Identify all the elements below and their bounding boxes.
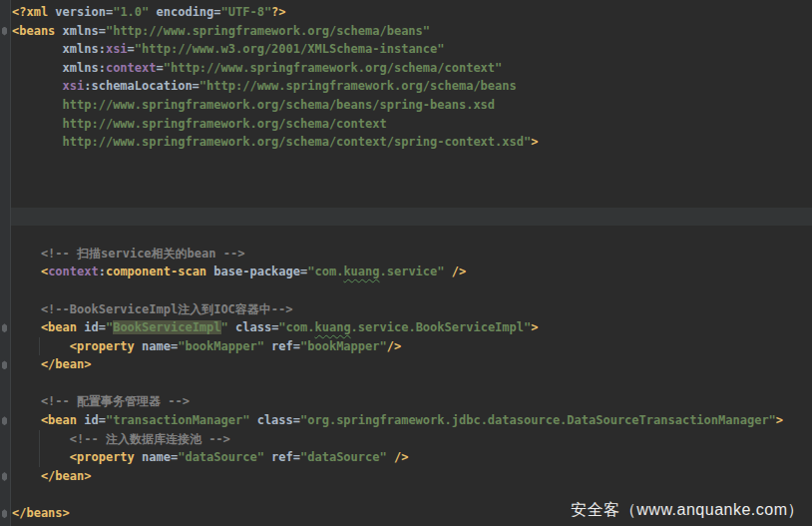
code-token: <!-- 扫描service相关的bean --> <box>12 247 244 261</box>
code-token: "http://www.springframework.org/schema/c… <box>164 61 503 75</box>
code-token: http://www.springframework.org/schema/co… <box>12 117 387 131</box>
code-line <box>0 189 812 208</box>
code-line: <!-- 配置事务管理器 --> <box>0 392 812 411</box>
code-line: http://www.springframework.org/schema/be… <box>0 96 812 115</box>
code-token: "http://www.w3.org/2001/XMLSchema-instan… <box>135 42 445 56</box>
code-token: base-package= <box>206 264 307 278</box>
fold-marker[interactable] <box>2 27 7 36</box>
code-token: "bookMapper" <box>178 339 264 353</box>
code-token: </bean> <box>12 357 91 371</box>
code-token: > <box>531 135 538 149</box>
code-line: xmlns:xsi="http://www.w3.org/2001/XMLSch… <box>0 40 812 59</box>
code-token: " <box>221 320 228 334</box>
code-token: "dataSource" <box>178 450 264 464</box>
code-token: /> <box>387 450 409 464</box>
code-token: "http://www.springframework.org/schema/b… <box>106 24 430 38</box>
code-line: <context:component-scan base-package="co… <box>0 263 812 281</box>
code-line: http://www.springframework.org/schema/co… <box>0 133 812 152</box>
code-token: kuang <box>314 320 350 334</box>
code-line: <!--BookServiceImpl注入到IOC容器中--> <box>0 300 812 319</box>
fold-marker[interactable] <box>2 416 7 425</box>
fold-marker[interactable] <box>2 509 7 518</box>
code-token: id= <box>77 413 106 427</box>
code-line: xsi:schemaLocation="http://www.springfra… <box>0 77 812 96</box>
code-token: :schemaLocation= <box>84 79 200 93</box>
code-token: .service" <box>380 264 445 278</box>
code-token: ?> <box>271 5 285 19</box>
code-token: "com. <box>278 320 314 334</box>
code-line <box>0 170 812 189</box>
code-token: context <box>106 61 157 75</box>
code-line: xmlns:context="http://www.springframewor… <box>0 59 812 78</box>
code-token: <!--BookServiceImpl注入到IOC容器中--> <box>12 302 293 316</box>
fold-marker[interactable] <box>2 472 7 481</box>
code-line <box>0 152 812 171</box>
code-token: class= <box>249 413 300 427</box>
code-token: > <box>531 320 538 334</box>
code-token: BookServiceImpl <box>113 320 220 334</box>
code-token: ref= <box>264 339 300 353</box>
code-token: = <box>128 42 135 56</box>
code-token: /> <box>445 264 467 278</box>
code-token: version= <box>48 5 113 19</box>
code-line: <bean id="transactionManager" class="org… <box>0 411 812 430</box>
code-line: </bean> <box>0 355 812 374</box>
code-token: xsi <box>106 42 128 56</box>
code-token: <property <box>12 339 135 353</box>
code-token: xmlns: <box>12 61 106 75</box>
code-token: = <box>157 61 164 75</box>
code-token: context <box>48 264 99 278</box>
code-token: "com. <box>307 264 343 278</box>
watermark: 安全客（www.anquanke.com） <box>571 500 804 521</box>
code-line <box>0 226 812 245</box>
code-line <box>0 281 812 300</box>
code-token: "http://www.springframework.org/schema/b… <box>200 79 517 93</box>
code-token: "dataSource" <box>300 450 387 464</box>
code-token: "1.0" <box>113 5 149 19</box>
code-token: name= <box>135 450 178 464</box>
code-token: id= <box>77 320 106 334</box>
code-line: <beans xmlns="http://www.springframework… <box>0 22 812 41</box>
code-token: http://www.springframework.org/schema/co… <box>12 135 531 149</box>
code-token: kuang <box>343 264 379 278</box>
code-token: "bookMapper" <box>300 339 387 353</box>
code-line <box>0 374 812 393</box>
code-token: "transactionManager" <box>106 413 250 427</box>
code-token: < <box>12 264 48 278</box>
code-line: </bean> <box>0 467 812 486</box>
xml-editor: <?xml version="1.0" encoding="UTF-8"?><b… <box>0 0 812 526</box>
code-token: <beans <box>12 24 55 38</box>
code-area[interactable]: <?xml version="1.0" encoding="UTF-8"?><b… <box>0 3 812 523</box>
code-token: encoding= <box>149 5 220 19</box>
code-line: <!-- 注入数据库连接池 --> <box>0 430 812 449</box>
code-token: <!-- 配置事务管理器 --> <box>12 394 190 408</box>
code-line: <?xml version="1.0" encoding="UTF-8"?> <box>0 3 812 22</box>
code-token: > <box>776 413 783 427</box>
code-token: <bean <box>12 413 77 427</box>
code-token: component-scan <box>106 264 206 278</box>
fold-marker[interactable] <box>2 360 7 369</box>
code-token: </bean> <box>12 469 91 483</box>
code-token: xmlns= <box>55 24 106 38</box>
code-token: : <box>99 264 106 278</box>
code-token: /> <box>387 339 401 353</box>
code-token: name= <box>135 339 178 353</box>
code-line: <bean id="BookServiceImpl" class="com.ku… <box>0 318 812 337</box>
code-token: "org.springframework.jdbc.datasource.Dat… <box>300 413 776 427</box>
code-line: <!-- 扫描service相关的bean --> <box>0 245 812 263</box>
code-line: http://www.springframework.org/schema/co… <box>0 115 812 134</box>
code-token: <property <box>12 450 135 464</box>
code-token: <!-- 注入数据库连接池 --> <box>12 432 230 446</box>
code-line <box>0 208 812 227</box>
code-line: <property name="bookMapper" ref="bookMap… <box>0 337 812 356</box>
code-token: ref= <box>264 450 300 464</box>
code-token: http://www.springframework.org/schema/be… <box>12 98 495 112</box>
fold-marker[interactable] <box>2 323 7 332</box>
code-token: xsi <box>12 79 84 93</box>
code-token: "UTF-8" <box>221 5 272 19</box>
code-token: </beans> <box>12 506 70 520</box>
gutter[interactable] <box>0 0 11 526</box>
code-token: <?xml <box>12 5 48 19</box>
code-token: class= <box>228 320 279 334</box>
code-token: xmlns: <box>12 42 106 56</box>
